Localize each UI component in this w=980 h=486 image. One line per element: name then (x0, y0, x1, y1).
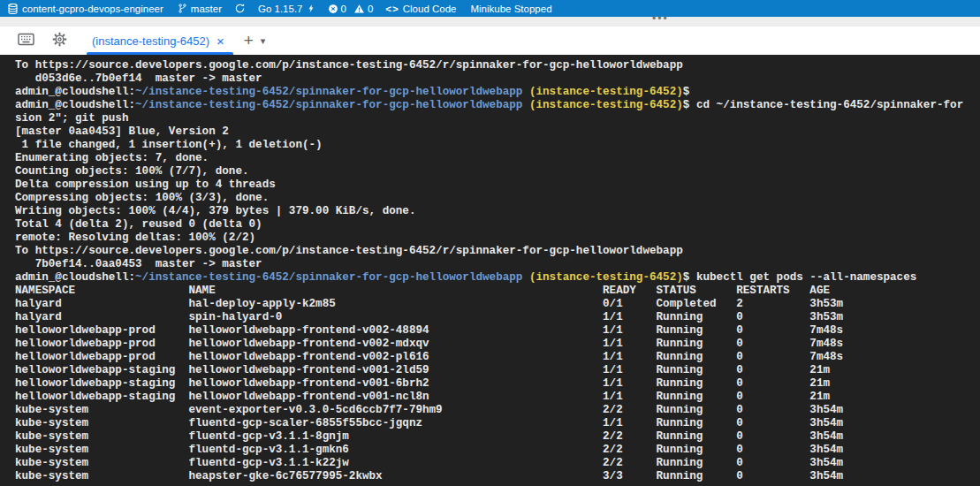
terminal-tab[interactable]: (instance-testing-6452) × (87, 27, 233, 55)
terminal-line: Compressing objects: 100% (3/3), done. (15, 192, 980, 205)
terminal-line: NAMESPACE NAME READY STATUS RESTARTS AGE (15, 285, 980, 298)
cloud-code-label: Cloud Code (403, 4, 457, 14)
gear-icon (52, 32, 67, 49)
terminal-line: kube-system fluentd-gcp-v3.1.1-k22jw 2/2… (15, 457, 980, 470)
terminal-line: Delta compression using up to 4 threads (15, 178, 980, 192)
close-icon[interactable]: × (217, 34, 224, 48)
branch-name: master (191, 4, 222, 14)
terminal-line: kube-system fluentd-gcp-v3.1.1-8gnjm 2/2… (15, 430, 980, 444)
terminal-line: sion 2"; git push (15, 112, 980, 125)
panel-splitter[interactable]: ••• (0, 17, 980, 27)
minikube-status[interactable]: Minikube Stopped (470, 4, 551, 14)
terminal-line: kube-system fluentd-gcp-v3.1.1-gmkn6 2/2… (15, 444, 980, 457)
go-version-indicator[interactable]: Go 1.15.7 (258, 3, 315, 14)
terminal-line: admin_@cloudshell:~/instance-testing-645… (15, 271, 980, 285)
terminal-line: helloworldwebapp-prod helloworldwebapp-f… (15, 351, 980, 364)
terminal-settings-button[interactable] (52, 32, 67, 49)
terminal-line: Enumerating objects: 7, done. (15, 152, 980, 165)
git-branch-indicator[interactable]: master (178, 3, 222, 14)
sync-button[interactable] (234, 3, 246, 14)
terminal-line: remote: Resolving deltas: 100% (2/2) (15, 232, 980, 245)
sync-icon (234, 3, 246, 14)
keyboard-button[interactable] (18, 33, 34, 49)
terminal-line: helloworldwebapp-staging helloworldwebap… (15, 364, 980, 377)
terminal-line: helloworldwebapp-prod helloworldwebapp-f… (15, 324, 980, 338)
go-version: Go 1.15.7 (258, 4, 303, 14)
problems-indicator[interactable]: 0 0 (328, 4, 374, 14)
drag-handle-icon: ••• (652, 14, 669, 24)
terminal-line: kube-system heapster-gke-6c76577995-2kwb… (15, 470, 980, 483)
terminal-line: kube-system event-exporter-v0.3.0-5cd6cc… (15, 404, 980, 417)
terminal-line: admin_@cloudshell:~/instance-testing-645… (15, 86, 980, 99)
plus-icon: + (244, 31, 254, 50)
terminal-line: To https://source.developers.google.com/… (15, 245, 980, 258)
terminal-line: To https://source.developers.google.com/… (15, 59, 980, 72)
terminal-line: helloworldwebapp-prod helloworldwebapp-f… (15, 338, 980, 351)
warning-count: 0 (368, 4, 373, 14)
terminal-line: kube-system fluentd-gcp-scaler-6855f55bc… (15, 417, 980, 430)
code-brackets-icon: <> (385, 4, 399, 14)
terminal[interactable]: To https://source.developers.google.com/… (0, 55, 980, 486)
terminal-tab-label: (instance-testing-6452) (92, 34, 209, 48)
cloud-code-indicator[interactable]: <> Cloud Code (385, 4, 456, 14)
project-name: content-gcpro-devops-engineer (22, 4, 163, 14)
terminal-line: [master 0aa0453] Blue, Version 2 (15, 125, 980, 139)
terminal-line: Counting objects: 100% (7/7), done. (15, 165, 980, 178)
terminal-line: halyard hal-deploy-apply-k2m85 0/1 Compl… (15, 298, 980, 311)
terminal-line: Total 4 (delta 2), reused 0 (delta 0) (15, 218, 980, 232)
terminal-line: Writing objects: 100% (4/4), 379 bytes |… (15, 205, 980, 218)
database-icon (7, 3, 19, 15)
project-indicator[interactable]: content-gcpro-devops-engineer (7, 3, 163, 15)
terminal-line: helloworldwebapp-staging helloworldwebap… (15, 391, 980, 404)
cloud-shell-window: content-gcpro-devops-engineer master (0, 0, 980, 486)
terminal-output: To https://source.developers.google.com/… (15, 59, 980, 483)
terminal-tab-bar: (instance-testing-6452) × + ▾ (0, 27, 980, 55)
terminal-line: helloworldwebapp-staging helloworldwebap… (15, 377, 980, 391)
terminal-line: d053d6e..7b0ef14 master -> master (15, 72, 980, 86)
status-bar: content-gcpro-devops-engineer master (0, 0, 980, 17)
minikube-label: Minikube Stopped (470, 4, 551, 14)
terminal-line: 7b0ef14..0aa0453 master -> master (15, 258, 980, 271)
git-branch-icon (178, 3, 187, 14)
terminal-line: halyard spin-halyard-0 1/1 Running 0 3h5… (15, 311, 980, 324)
terminal-line: 1 file changed, 1 insertion(+), 1 deleti… (15, 139, 980, 152)
lightning-icon (307, 3, 315, 14)
error-icon (328, 4, 338, 14)
terminal-line: admin_@cloudshell:~/instance-testing-645… (15, 99, 980, 112)
warning-icon (353, 4, 365, 14)
terminal-menu-button[interactable]: ▾ (261, 35, 266, 47)
chevron-down-icon: ▾ (261, 35, 266, 47)
error-count: 0 (341, 4, 346, 14)
keyboard-icon (18, 33, 34, 49)
new-terminal-button[interactable]: + (244, 31, 254, 50)
